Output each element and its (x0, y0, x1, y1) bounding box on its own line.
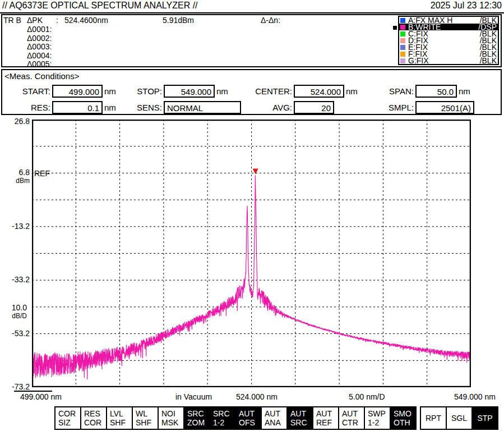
center-label: CENTER: (245, 86, 294, 96)
delta-n-label: Δ-Δn: (261, 16, 280, 25)
trace-color-swatch (400, 58, 405, 63)
softkey-rpt[interactable]: RPT (420, 406, 447, 430)
peak-delta-label: ΔPK (27, 16, 43, 25)
span-unit: nm (457, 86, 470, 96)
trace-color-swatch (400, 45, 405, 50)
page-title: // AQ6373E OPTICAL SPECTRUM ANALYZER // (2, 1, 198, 11)
stop-unit: nm (215, 86, 228, 96)
y-axis-tick-label: 26.8 (0, 117, 30, 126)
peak-marker-icon (253, 169, 258, 175)
field-res: RES:0.1nm (3, 101, 116, 114)
meas-conditions-panel: <Meas. Conditions> START:499.000nmSTOP:5… (1, 69, 502, 115)
trace-color-swatch (400, 25, 405, 30)
center-unit: nm (344, 86, 358, 96)
softkey-swp-1-2[interactable]: SWP1-2 (364, 406, 391, 430)
osa-screen: // AQ6373E OPTICAL SPECTRUM ANALYZER // … (0, 0, 504, 431)
smpl-value-field[interactable]: 2501(A) (415, 101, 474, 114)
trace-color-swatch (400, 31, 405, 36)
softkey-lvl-shf[interactable]: LVLSHF (106, 406, 133, 430)
stop-value-field[interactable]: 549.000 (164, 85, 215, 98)
field-span: SPAN:50.0nm (367, 85, 470, 98)
softkey-aut-ofs[interactable]: AUTOFS (235, 406, 262, 430)
trace-row[interactable]: G:FIX/BLK (399, 57, 498, 64)
span-value-field[interactable]: 50.0 (415, 85, 457, 98)
field-smpl: SMPL:2501(A) (367, 101, 474, 114)
softkey-stp[interactable]: STP (471, 406, 498, 430)
field-start: START:499.000nm (3, 85, 116, 98)
active-trace-label: TR B (3, 16, 21, 25)
span-label: SPAN: (367, 86, 415, 96)
softkey-sgl[interactable]: SGL (446, 406, 473, 430)
y-scale-unit-label: dB/D (0, 312, 27, 320)
y-axis-tick-label: -33.2 (0, 276, 30, 284)
softkey-src-zom[interactable]: SRCZOM (183, 406, 210, 430)
x-scale-label: 5.00 nm/D (349, 392, 385, 401)
peak-wavelength-readout: 524.4600nm (64, 16, 108, 25)
softkey-aut-ctr[interactable]: AUTCTR (338, 406, 365, 430)
datetime-label: 2025 Jul 23 12:30 (431, 1, 502, 11)
axis-underline (14, 391, 52, 392)
title-bar: // AQ6373E OPTICAL SPECTRUM ANALYZER // … (0, 0, 504, 13)
trace-color-swatch (400, 38, 405, 43)
peak-delta-colon: : (56, 16, 58, 25)
softkey-aut-src[interactable]: AUTSRC (286, 406, 313, 430)
sens-label: SENS: (115, 103, 164, 112)
marker-panel: TR B ΔPK : 524.4600nm 5.91dBm Δ-Δn: Δ000… (1, 14, 502, 67)
softkey-wl-shf[interactable]: WLSHF (132, 406, 159, 430)
softkey-noi-msk[interactable]: NOIMSK (158, 406, 184, 430)
stop-label: STOP: (115, 86, 164, 96)
softkey-aut-ana[interactable]: AUTANA (261, 406, 288, 430)
trace-color-swatch (400, 18, 405, 23)
plot-svg[interactable] (32, 120, 471, 387)
start-label: START: (3, 86, 52, 96)
trace-legend: A:FX MAX H/BLKB:WRITE/DSPC:FIX/BLKD:FIX/… (398, 16, 499, 65)
y-axis-tick-label: 6.8 (0, 168, 30, 177)
start-unit: nm (103, 86, 116, 96)
softkey-toolbar: CORSIZRESCORLVLSHFWLSHFNOIMSKSRCZOMSRC1-… (54, 406, 498, 430)
y-scale-value-label: 10.0 (0, 303, 27, 312)
res-value-field[interactable]: 0.1 (52, 101, 103, 114)
res-unit: nm (103, 103, 116, 112)
trace-name: G:FIX (408, 57, 480, 65)
field-sens: SENS:NORMAL (115, 101, 241, 114)
delta-row-label: Δ0004: (27, 52, 52, 60)
field-avg: AVG:20 (245, 101, 334, 114)
avg-label: AVG: (245, 103, 294, 112)
softkey-res-cor[interactable]: RESCOR (80, 406, 107, 430)
center-value-field[interactable]: 524.000 (294, 85, 344, 98)
peak-level-readout: 5.91dBm (163, 16, 194, 25)
smpl-label: SMPL: (367, 103, 415, 112)
field-center: CENTER:524.000nm (245, 85, 358, 98)
softkey-cor-siz[interactable]: CORSIZ (54, 406, 81, 430)
trace-color-swatch (400, 52, 405, 57)
field-stop: STOP:549.000nm (115, 85, 228, 98)
delta-row-label: Δ0003: (27, 43, 52, 51)
delta-row-label: Δ0002: (27, 34, 52, 43)
trace-status: /BLK (480, 57, 497, 65)
avg-value-field[interactable]: 20 (294, 101, 334, 114)
sens-value-field[interactable]: NORMAL (164, 101, 241, 114)
start-value-field[interactable]: 499.000 (52, 85, 103, 98)
x-axis-center-label: 524.000 nm (236, 392, 278, 401)
meas-conditions-heading: <Meas. Conditions> (4, 71, 79, 81)
wavelength-medium-label: in Vacuum (175, 392, 212, 401)
res-label: RES: (3, 103, 52, 112)
y-axis-tick-label: -73.2 (0, 383, 30, 391)
delta-row-label: Δ0001: (27, 25, 52, 34)
x-axis-stop-label: 549.000 nm (454, 392, 496, 401)
y-axis-tick-label: -53.2 (0, 329, 30, 338)
delta-row-label: Δ0005: (27, 60, 52, 68)
y-axis-tick-label: -13.2 (0, 222, 30, 231)
softkey-src-1-2[interactable]: SRC1-2 (209, 406, 236, 430)
active-trace-pointer-icon (393, 26, 397, 30)
y-axis-unit-label: dBm (0, 177, 30, 185)
softkey-aut-ref[interactable]: AUTREF (312, 406, 339, 430)
softkey-smo-oth[interactable]: SMOOTH (390, 406, 417, 430)
x-axis-start-label: 499.000 nm (20, 392, 62, 401)
